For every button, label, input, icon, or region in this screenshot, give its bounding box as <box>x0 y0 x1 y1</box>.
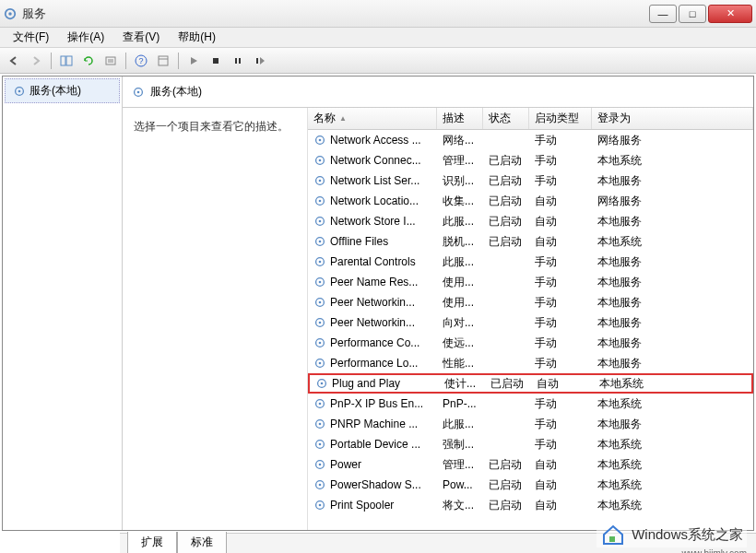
table-row[interactable]: Performance Co...使远...手动本地服务 <box>308 333 753 353</box>
table-row[interactable]: Network Access ...网络...手动网络服务 <box>308 130 753 150</box>
stop-service-button[interactable] <box>206 51 226 71</box>
service-desc: 将文... <box>437 498 483 513</box>
service-logon: 本地系统 <box>594 376 751 392</box>
service-logon: 本地服务 <box>592 295 753 311</box>
table-row[interactable]: Network Locatio...收集...已启动自动网络服务 <box>308 191 753 211</box>
service-status: 已启动 <box>483 457 529 473</box>
menu-help[interactable]: 帮助(H) <box>169 28 225 47</box>
service-logon: 网络服务 <box>592 133 753 148</box>
table-row[interactable]: Network Store I...此服...已启动自动本地服务 <box>308 211 753 231</box>
content-area: 服务(本地) 服务(本地) 选择一个项目来查看它的描述。 名称▲ 描述 状态 启… <box>2 76 754 531</box>
service-start-type: 手动 <box>529 437 592 453</box>
gear-icon <box>313 194 326 207</box>
column-header-name[interactable]: 名称▲ <box>308 108 437 129</box>
detail-split: 选择一个项目来查看它的描述。 名称▲ 描述 状态 启动类型 登录为 Networ… <box>123 108 753 530</box>
toolbar-separator <box>178 53 179 69</box>
service-status: 已启动 <box>483 234 529 250</box>
restart-service-button[interactable] <box>250 51 270 71</box>
export-list-button[interactable] <box>100 51 121 71</box>
gear-icon <box>313 134 326 147</box>
service-desc: 管理... <box>437 457 483 473</box>
service-start-type: 手动 <box>529 417 592 432</box>
svg-rect-12 <box>256 58 258 64</box>
table-row[interactable]: Peer Name Res...使用...手动本地服务 <box>308 272 753 292</box>
table-row[interactable]: Performance Lo...性能...手动本地服务 <box>308 353 753 373</box>
service-logon: 本地系统 <box>592 437 753 453</box>
table-row[interactable]: Peer Networkin...使用...手动本地服务 <box>308 292 753 312</box>
details-pane: 服务(本地) 选择一个项目来查看它的描述。 名称▲ 描述 状态 启动类型 登录为… <box>123 76 753 530</box>
menu-file[interactable]: 文件(F) <box>4 28 58 47</box>
svg-point-18 <box>319 139 322 142</box>
maximize-button[interactable]: □ <box>679 5 706 23</box>
service-desc: 强制... <box>437 437 483 453</box>
help-button[interactable]: ? <box>131 51 151 71</box>
window-controls: — □ ✕ <box>647 5 752 23</box>
service-start-type: 自动 <box>529 477 592 493</box>
service-name: PowerShadow S... <box>330 478 421 491</box>
refresh-button[interactable] <box>78 51 99 71</box>
service-status: 已启动 <box>483 173 529 189</box>
menu-action[interactable]: 操作(A) <box>58 28 113 47</box>
service-desc: Pow... <box>437 478 483 491</box>
table-row[interactable]: Parental Controls此服...手动本地服务 <box>308 252 753 272</box>
service-logon: 本地服务 <box>592 417 753 432</box>
forward-button[interactable] <box>26 51 46 71</box>
start-service-button[interactable] <box>183 51 204 71</box>
svg-point-24 <box>319 200 322 203</box>
service-logon: 本地系统 <box>592 457 753 473</box>
service-logon: 本地服务 <box>592 214 753 229</box>
menu-view[interactable]: 查看(V) <box>113 28 169 47</box>
service-start-type: 自动 <box>529 457 592 473</box>
svg-point-26 <box>319 220 322 223</box>
tab-extended[interactable]: 扩展 <box>127 532 177 553</box>
show-hide-tree-button[interactable] <box>56 51 77 71</box>
table-row[interactable]: PNRP Machine ...此服...手动本地服务 <box>308 414 753 434</box>
svg-rect-2 <box>61 56 65 65</box>
table-row[interactable]: Network List Ser...识别...已启动手动本地服务 <box>308 171 753 191</box>
gear-icon <box>313 458 326 471</box>
table-row[interactable]: Network Connec...管理...已启动手动本地系统 <box>308 150 753 171</box>
pause-service-button[interactable] <box>228 51 248 71</box>
service-logon: 本地服务 <box>592 315 753 331</box>
table-row[interactable]: Plug and Play使计...已启动自动本地系统 <box>308 373 753 394</box>
back-button[interactable] <box>4 51 24 71</box>
service-desc: PnP-... <box>437 397 483 410</box>
svg-point-32 <box>319 281 322 284</box>
service-name: Offline Files <box>330 235 388 248</box>
titlebar: 服务 — □ ✕ <box>0 0 756 28</box>
tree-root-services[interactable]: 服务(本地) <box>5 78 120 103</box>
close-button[interactable]: ✕ <box>708 5 752 23</box>
service-logon: 本地系统 <box>592 498 753 513</box>
table-row[interactable]: PowerShadow S...Pow...已启动自动本地系统 <box>308 475 753 495</box>
svg-point-14 <box>18 89 21 92</box>
gear-icon <box>313 438 326 451</box>
service-name: Peer Networkin... <box>330 296 415 309</box>
column-header-desc[interactable]: 描述 <box>437 108 483 129</box>
minimize-button[interactable]: — <box>649 5 677 23</box>
service-name: Network Store I... <box>330 215 416 228</box>
service-desc: 此服... <box>437 214 483 229</box>
table-row[interactable]: Peer Networkin...向对...手动本地服务 <box>308 312 753 333</box>
service-name: Plug and Play <box>332 377 400 390</box>
service-logon: 本地系统 <box>592 234 753 250</box>
services-list[interactable]: 名称▲ 描述 状态 启动类型 登录为 Network Access ...网络.… <box>307 108 753 530</box>
svg-text:?: ? <box>138 56 143 65</box>
service-desc: 管理... <box>437 153 483 169</box>
svg-rect-4 <box>106 57 115 65</box>
table-row[interactable]: Portable Device ...强制...手动本地系统 <box>308 434 753 454</box>
table-row[interactable]: Power管理...已启动自动本地系统 <box>308 454 753 475</box>
tab-standard[interactable]: 标准 <box>177 532 227 553</box>
service-start-type: 自动 <box>529 234 592 250</box>
table-row[interactable]: Offline Files脱机...已启动自动本地系统 <box>308 231 753 252</box>
table-row[interactable]: PnP-X IP Bus En...PnP-...手动本地系统 <box>308 394 753 414</box>
column-header-logon[interactable]: 登录为 <box>592 108 753 129</box>
service-status: 已启动 <box>483 477 529 493</box>
description-pane: 选择一个项目来查看它的描述。 <box>123 108 307 530</box>
table-row[interactable]: Print Spooler将文...已启动自动本地系统 <box>308 495 753 515</box>
service-name: Print Spooler <box>330 499 394 512</box>
service-start-type: 手动 <box>529 173 592 189</box>
column-header-status[interactable]: 状态 <box>483 108 529 129</box>
properties-button[interactable] <box>153 51 173 71</box>
column-header-start[interactable]: 启动类型 <box>529 108 592 129</box>
svg-point-52 <box>319 484 322 487</box>
